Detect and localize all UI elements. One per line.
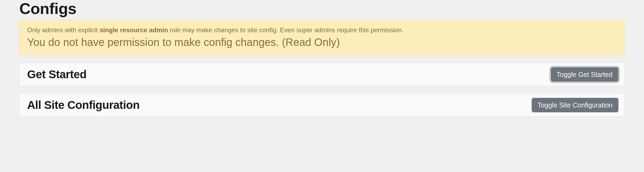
alert-suffix: role may make changes to site config. Ev… [168,26,403,34]
permission-alert: Only admins with explicit single resourc… [19,20,625,55]
panel-get-started: Get Started Toggle Get Started [19,63,625,86]
alert-prefix: Only admins with explicit [27,26,99,34]
toggle-get-started-button[interactable]: Toggle Get Started [551,67,618,82]
panel-heading-get-started: Get Started [27,68,87,81]
panel-site-configuration: All Site Configuration Toggle Site Confi… [19,93,625,117]
panel-heading-site-configuration: All Site Configuration [27,99,139,112]
alert-description: Only admins with explicit single resourc… [27,26,617,35]
alert-main-message: You do not have permission to make confi… [27,35,617,49]
page-title: Configs [19,0,625,17]
alert-role-name: single resource admin [99,26,168,34]
toggle-site-configuration-button[interactable]: Toggle Site Configuration [532,98,618,112]
